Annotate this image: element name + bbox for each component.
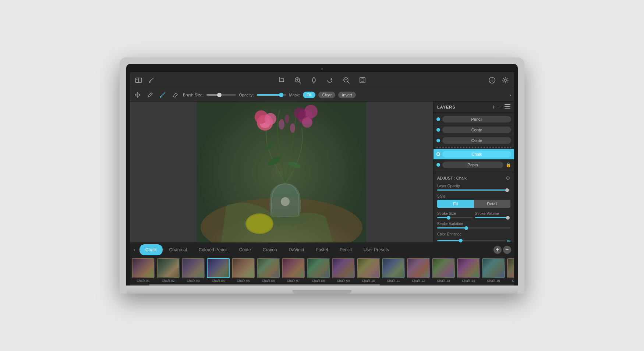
preset-strip[interactable]: Chalk 01 Chalk 02 Chalk 03 Chalk 04: [130, 257, 514, 284]
add-preset-btn[interactable]: +: [493, 246, 502, 254]
preset-thumb-chalk15[interactable]: Chalk 15: [482, 258, 505, 283]
brush-tool-btn[interactable]: [158, 90, 167, 100]
preset-thumb-chalk13[interactable]: Chalk 13: [432, 258, 455, 283]
svg-point-11: [160, 96, 162, 98]
stroke-variation-slider[interactable]: [437, 227, 510, 228]
redo-icon[interactable]: [326, 76, 335, 85]
color-enhance-slider[interactable]: [437, 240, 505, 241]
layer-name-paper[interactable]: Paper: [442, 162, 503, 168]
add-layer-btn[interactable]: +: [492, 104, 495, 110]
second-toolbar: Brush Size: Opacity: Mask: Fill Clear In…: [130, 88, 514, 102]
info-icon[interactable]: [488, 76, 496, 85]
strip-scrollbar[interactable]: [130, 284, 514, 286]
preset-thumb-chalk08[interactable]: Chalk 08: [307, 258, 330, 283]
adjust-settings-icon[interactable]: ⚙: [506, 175, 510, 181]
preset-thumb-chalk12[interactable]: Chalk 12: [407, 258, 430, 283]
eyedropper-tool-btn[interactable]: [145, 90, 155, 100]
color-enhance-label: Color Enhance: [437, 232, 510, 236]
layer-item-pencil[interactable]: Pencil: [434, 114, 514, 125]
preset-thumb-chalk10[interactable]: Chalk 10: [357, 258, 380, 283]
layer-name-conte1[interactable]: Conte: [442, 127, 511, 133]
layer-item-conte2[interactable]: Conte: [434, 135, 514, 146]
preset-tab-chalk[interactable]: Chalk: [139, 244, 163, 255]
link-icon[interactable]: ∞: [507, 238, 510, 242]
layer-visibility-dot[interactable]: [436, 117, 440, 121]
detail-style-btn[interactable]: Detail: [474, 200, 511, 208]
preset-tab-conte[interactable]: Conte: [233, 244, 257, 255]
layer-name-conte2[interactable]: Conte: [442, 137, 511, 144]
preset-tab-crayon[interactable]: Crayon: [257, 244, 283, 255]
svg-rect-7: [361, 79, 364, 82]
zoom-out-icon[interactable]: [342, 76, 351, 85]
svg-point-30: [290, 123, 295, 133]
preset-thumb-chalk07[interactable]: Chalk 07: [282, 258, 305, 283]
adjust-title: ADJUST : Chalk: [437, 176, 506, 180]
zoom-in-icon[interactable]: [293, 76, 302, 85]
preset-tab-pencil[interactable]: Pencil: [334, 244, 358, 255]
toolbar-expand-arrow[interactable]: ›: [509, 92, 511, 98]
fill-mask-btn[interactable]: Fill: [303, 92, 315, 98]
brushes-icon[interactable]: [148, 76, 156, 85]
frame-icon[interactable]: [358, 76, 367, 85]
fill-style-btn[interactable]: Fill: [437, 200, 474, 208]
layer-name-pencil[interactable]: Pencil: [442, 116, 511, 123]
crop-icon[interactable]: [277, 76, 286, 85]
svg-point-10: [504, 79, 506, 81]
svg-point-31: [281, 197, 290, 206]
svg-rect-33: [505, 104, 510, 105]
preset-thumb-chalk14[interactable]: Chalk 14: [457, 258, 480, 283]
remove-layer-btn[interactable]: −: [498, 104, 502, 110]
svg-point-2: [137, 79, 137, 79]
preset-thumb-chalk05[interactable]: Chalk 05: [231, 258, 255, 283]
preset-thumb-chalk04[interactable]: Chalk 04: [206, 258, 230, 283]
layer-visibility-dot[interactable]: [436, 139, 440, 142]
layer-opacity-slider[interactable]: [437, 189, 510, 191]
preset-tab-colored-pencil[interactable]: Colored Pencil: [193, 244, 233, 255]
preset-thumb-chalk11[interactable]: Chalk 11: [382, 258, 405, 283]
eraser-tool-btn[interactable]: [170, 90, 180, 100]
clear-mask-btn[interactable]: Clear: [318, 92, 335, 98]
move-tool-btn[interactable]: [133, 90, 142, 100]
preset-tab-charcoal[interactable]: Charcoal: [163, 244, 193, 255]
settings-icon[interactable]: [501, 76, 510, 85]
layers-actions: + −: [492, 104, 510, 110]
layer-item-chalk[interactable]: Chalk: [434, 149, 514, 160]
layer-opacity-label: Layer Opacity: [437, 184, 510, 188]
preset-tab-user-presets[interactable]: User Presets: [358, 244, 395, 255]
layers-menu-btn[interactable]: [505, 104, 510, 110]
preset-thumb-chalk16[interactable]: Chalk 16: [507, 258, 514, 283]
style-buttons: Fill Detail: [437, 200, 510, 208]
layer-visibility-dot[interactable]: [436, 163, 440, 167]
preset-thumb-chalk09[interactable]: Chalk 09: [332, 258, 355, 283]
svg-rect-35: [505, 108, 510, 109]
preset-thumb-chalk02[interactable]: Chalk 02: [156, 258, 180, 283]
layer-name-chalk[interactable]: Chalk: [442, 151, 511, 157]
layers-list: Pencil Conte Conte: [434, 113, 514, 172]
layer-item-conte1[interactable]: Conte: [434, 125, 514, 135]
preset-thumb-chalk03[interactable]: Chalk 03: [181, 258, 205, 283]
preset-tab-davinci[interactable]: DaVinci: [283, 244, 309, 255]
preset-tab-pastel[interactable]: Pastel: [310, 244, 334, 255]
strip-scrollbar-thumb: [149, 284, 379, 286]
style-row: Style Fill Detail: [437, 194, 510, 208]
layer-visibility-dot[interactable]: [436, 128, 440, 132]
opacity-slider[interactable]: [257, 94, 286, 96]
invert-mask-btn[interactable]: Invert: [338, 92, 356, 98]
color-enhance-row: Color Enhance ∞: [437, 232, 510, 242]
layer-opacity-row: Layer Opacity: [437, 184, 510, 191]
preset-thumb-chalk01[interactable]: Chalk 01: [131, 258, 155, 283]
layer-item-paper[interactable]: Paper 🔒: [434, 160, 514, 170]
preset-tab-arrow[interactable]: ‹: [130, 244, 139, 255]
stroke-volume-slider[interactable]: [475, 217, 511, 218]
svg-point-9: [492, 78, 492, 79]
canvas-area[interactable]: [130, 102, 433, 242]
brush-size-slider[interactable]: [206, 94, 236, 96]
preset-thumb-chalk06[interactable]: Chalk 06: [256, 258, 280, 283]
toolbar-center: [277, 76, 367, 85]
paint-icon[interactable]: [309, 76, 318, 85]
layer-visibility-dot-active[interactable]: [436, 152, 440, 156]
gallery-icon[interactable]: [134, 76, 143, 85]
remove-preset-btn[interactable]: −: [503, 246, 511, 254]
stroke-size-slider[interactable]: [437, 217, 473, 218]
layers-title: LAYERS: [437, 105, 492, 109]
